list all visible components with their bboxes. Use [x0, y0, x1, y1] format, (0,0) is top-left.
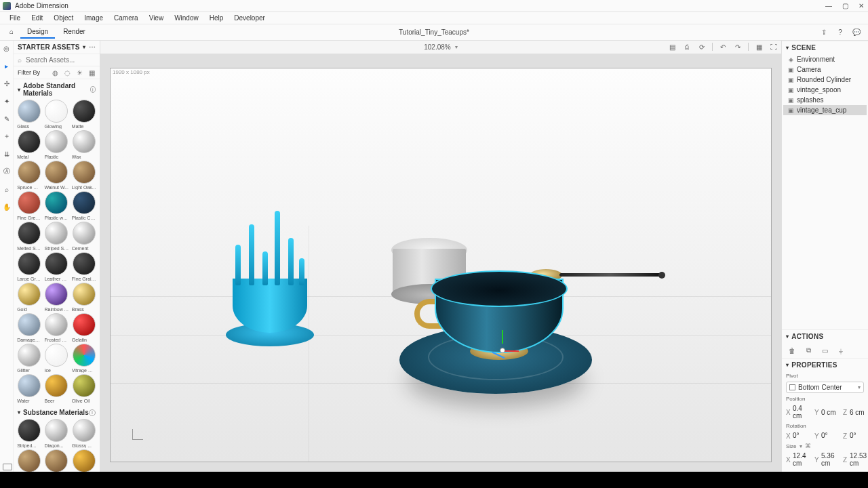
material-swatch[interactable]: [71, 449, 97, 472]
undo-icon[interactable]: ↶: [718, 42, 728, 52]
menu-file[interactable]: File: [4, 13, 26, 23]
info-icon[interactable]: i: [89, 409, 96, 416]
material-swatch[interactable]: Spruce Wo...: [16, 161, 42, 190]
menu-edit[interactable]: Edit: [26, 13, 48, 23]
canvas-3d[interactable]: [110, 68, 772, 462]
tool-zoom[interactable]: ⌕: [2, 184, 12, 194]
sync-icon[interactable]: ⟳: [697, 42, 707, 52]
tab-design[interactable]: Design: [20, 26, 55, 39]
window-maximize[interactable]: ▢: [841, 2, 849, 10]
material-swatch[interactable]: Metal: [16, 130, 42, 159]
window-minimize[interactable]: —: [825, 2, 833, 10]
position-y[interactable]: Y0 cm: [814, 405, 840, 420]
tool-add[interactable]: ＋: [2, 131, 12, 141]
chevron-down-icon[interactable]: ▾: [800, 443, 802, 449]
help-icon[interactable]: ?: [835, 28, 845, 37]
tool-wand[interactable]: ✦: [2, 96, 12, 106]
actions-header[interactable]: ACTIONS: [791, 333, 823, 340]
menu-object[interactable]: Object: [48, 13, 79, 23]
material-swatch[interactable]: Walnut W...: [43, 161, 69, 190]
group-icon[interactable]: ▭: [820, 346, 829, 355]
zoom-readout[interactable]: 102.08%: [424, 43, 450, 51]
material-swatch[interactable]: Cement: [71, 222, 97, 251]
material-swatch[interactable]: Fine Grain...: [71, 252, 97, 281]
material-swatch[interactable]: Damaged ...: [16, 313, 42, 342]
tab-render[interactable]: Render: [56, 26, 92, 39]
search-input[interactable]: [26, 56, 100, 64]
redo-icon[interactable]: ↷: [733, 42, 743, 52]
material-swatch[interactable]: Rainbow A...: [43, 283, 69, 312]
rotation-x[interactable]: X0°: [786, 432, 812, 440]
share-icon[interactable]: ⇪: [819, 28, 829, 37]
grid-icon[interactable]: ▦: [754, 42, 764, 52]
material-swatch[interactable]: Melted Sn...: [16, 222, 42, 251]
size-y[interactable]: Y5.36 cm: [814, 452, 840, 468]
filter-lights-icon[interactable]: ☀: [75, 68, 83, 77]
window-close[interactable]: ✕: [857, 2, 865, 10]
size-x[interactable]: X12.4 cm: [786, 452, 812, 468]
material-swatch[interactable]: Gelatin: [71, 313, 97, 342]
material-swatch[interactable]: Diagon...: [43, 419, 69, 448]
align-ground-icon[interactable]: ⏚: [836, 346, 846, 355]
filter-materials-icon[interactable]: ◌: [63, 68, 71, 77]
info-icon[interactable]: i: [90, 86, 96, 93]
material-swatch[interactable]: Olive Oil: [71, 374, 97, 403]
material-swatch[interactable]: Glowing: [43, 100, 69, 129]
home-button[interactable]: ⌂: [4, 26, 19, 39]
material-swatch[interactable]: Glossy ...: [71, 419, 97, 448]
link-icon[interactable]: ⌘: [805, 443, 811, 449]
tool-eyedropper[interactable]: ✎: [2, 114, 12, 123]
menu-developer[interactable]: Developer: [229, 13, 271, 23]
materials-section-1[interactable]: Adobe Standard Materials: [23, 82, 90, 97]
material-swatch[interactable]: Plastic: [43, 130, 69, 159]
menu-window[interactable]: Window: [169, 13, 204, 23]
material-swatch[interactable]: Striped Sto...: [43, 222, 69, 251]
tool-move[interactable]: ✢: [2, 79, 12, 88]
viewport[interactable]: 102.08% ▾ ▤ ⎙ ⟳ ↶ ↷ ▦ ⛶: [100, 41, 781, 472]
material-swatch[interactable]: Striped...: [16, 419, 42, 448]
material-swatch[interactable]: Glitter: [16, 344, 42, 373]
camera-bookmark-icon[interactable]: ⎙: [682, 42, 692, 52]
render-preview-icon[interactable]: ▤: [667, 42, 677, 52]
tool-text[interactable]: Ⓐ: [2, 167, 12, 176]
filter-images-icon[interactable]: ▦: [87, 68, 96, 77]
scene-object-teacup[interactable]: [431, 270, 568, 307]
disclosure-icon[interactable]: ▾: [18, 409, 20, 415]
material-swatch[interactable]: Matte: [71, 100, 97, 129]
material-swatch[interactable]: Frosted Gl...: [43, 313, 69, 342]
properties-header[interactable]: PROPERTIES: [791, 361, 837, 369]
scene-item[interactable]: ▣Camera: [783, 64, 867, 75]
panel-toggle-icon[interactable]: [3, 464, 12, 470]
material-swatch[interactable]: [16, 449, 42, 472]
scene-item[interactable]: ▣vintage_spoon: [783, 85, 867, 95]
size-z[interactable]: Z12.53 cm: [843, 452, 868, 468]
menu-view[interactable]: View: [144, 13, 170, 23]
menu-camera[interactable]: Camera: [108, 13, 144, 23]
scene-item[interactable]: ▣splashes: [783, 95, 867, 105]
chevron-down-icon[interactable]: ▾: [455, 44, 458, 50]
scene-header[interactable]: SCENE: [791, 44, 816, 52]
delete-icon[interactable]: 🗑: [787, 346, 797, 355]
tool-select[interactable]: ▸: [2, 61, 12, 70]
duplicate-icon[interactable]: ⧉: [804, 346, 813, 355]
material-swatch[interactable]: Wax: [71, 130, 97, 159]
material-swatch[interactable]: Fine Green...: [16, 191, 42, 220]
assets-more-icon[interactable]: ⋯: [89, 43, 96, 51]
material-swatch[interactable]: Ice: [43, 344, 69, 373]
transform-gizmo[interactable]: [489, 337, 516, 364]
scene-object-splashes[interactable]: [212, 224, 328, 353]
tool-align[interactable]: ⇊: [2, 149, 12, 159]
filter-models-icon[interactable]: ◍: [51, 68, 59, 77]
material-swatch[interactable]: Plastic wit...: [43, 191, 69, 220]
scene-item[interactable]: ▣Rounded Cylinder: [783, 75, 867, 85]
scene-item[interactable]: ▣vintage_tea_cup: [783, 105, 867, 115]
chevron-down-icon[interactable]: ▾: [83, 44, 85, 50]
tool-target[interactable]: ◎: [2, 43, 12, 53]
rotation-z[interactable]: Z0°: [843, 432, 868, 440]
position-x[interactable]: X0.4 cm: [786, 405, 812, 420]
disclosure-icon[interactable]: ▾: [18, 87, 20, 93]
menu-image[interactable]: Image: [79, 13, 108, 23]
pivot-select[interactable]: Bottom Center ▾: [786, 382, 864, 393]
material-swatch[interactable]: Plastic Can...: [71, 191, 97, 220]
expand-icon[interactable]: ⛶: [769, 42, 778, 52]
